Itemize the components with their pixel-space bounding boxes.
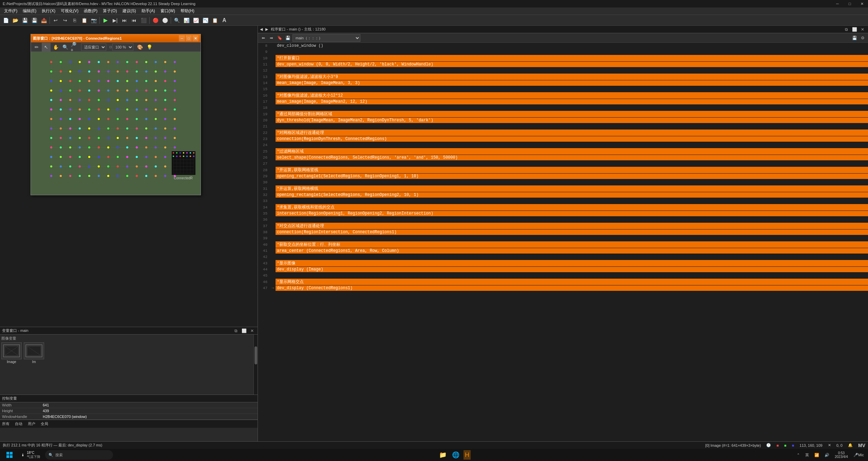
var-expand-icon[interactable]: ⬜ — [241, 327, 247, 334]
camera-button[interactable]: 📷 — [89, 16, 98, 25]
var-close-icon[interactable]: ✕ — [249, 327, 256, 334]
ctrl-all-btn[interactable]: 所有 — [2, 421, 10, 426]
var-item-image[interactable]: Image — [1, 342, 22, 364]
ctrl-auto-btn[interactable]: 自动 — [15, 421, 22, 426]
chart2-button[interactable]: 📈 — [191, 16, 200, 25]
code-settings-icon[interactable]: ⚙ — [859, 35, 866, 41]
float-color-btn[interactable]: 🎨 — [135, 43, 144, 52]
code-line-20[interactable]: 20dyn_threshold(ImageMean, ImageMean2, R… — [258, 117, 868, 123]
code-expand-icon[interactable]: ⬜ — [851, 26, 858, 33]
code-line-22[interactable]: 22*对网格区域进行连通处理 — [258, 129, 868, 136]
code-line-46[interactable]: 46*显示网格交点 — [258, 279, 868, 285]
code-line-35[interactable]: 35intersection(RegionOpening1, RegionOpe… — [258, 211, 868, 217]
font-button[interactable]: A — [220, 16, 229, 25]
code-line-43[interactable]: 43*显示图像 — [258, 260, 868, 266]
start-button[interactable] — [3, 450, 16, 460]
code-line-21[interactable]: 21 — [258, 123, 868, 129]
step-back-button[interactable]: ⏮ — [130, 16, 138, 25]
menu-item-execute[interactable]: 执行(X) — [39, 7, 58, 15]
menu-item-help[interactable]: 帮助(H) — [178, 7, 197, 15]
menu-item-operators[interactable]: 算子(O) — [100, 7, 119, 15]
ctrl-user-btn[interactable]: 用户 — [28, 421, 35, 426]
code-header-back[interactable]: ◀ — [260, 27, 263, 32]
chart4-button[interactable]: 📋 — [210, 16, 219, 25]
save-button[interactable]: 💾 — [20, 16, 29, 25]
open-button[interactable]: 📂 — [11, 16, 20, 25]
menu-item-file[interactable]: 文件(F) — [1, 7, 20, 15]
code-line-40[interactable]: 40*获取交点的坐标位置：行、列坐标 — [258, 241, 868, 248]
chart-button[interactable]: 📊 — [182, 16, 191, 25]
code-line-14[interactable]: 14mean_image(Image, ImageMean, 3, 3) — [258, 80, 868, 86]
new-button[interactable]: 📄 — [1, 16, 10, 25]
taskbar-tray-icons[interactable]: ⌃ — [795, 450, 801, 460]
float-zoomin-btn[interactable]: 🔎+ — [70, 43, 79, 52]
float-window-titlebar[interactable]: 图形窗口：[H2B4EC6CE070] - ConnectedRegions1 … — [31, 34, 201, 42]
code-line-11[interactable]: 11dev_open_window (0, 0, Width/2, Height… — [258, 61, 868, 67]
close-button[interactable]: ✕ — [856, 0, 868, 7]
copy-button[interactable]: ⎘ — [70, 16, 79, 25]
ctrl-global-btn[interactable]: 全局 — [41, 421, 48, 426]
minimize-button[interactable]: ─ — [831, 0, 844, 7]
code-nav-forward[interactable]: ➡ — [268, 35, 275, 41]
code-line-19[interactable]: 19*通过局部阈值分割出网格区域 — [258, 111, 868, 117]
float-zoom-btn[interactable]: 🔍 — [61, 43, 70, 52]
code-line-25[interactable]: 25*过滤网格区域 — [258, 148, 868, 155]
code-save2-icon[interactable]: 💾 — [851, 35, 858, 41]
taskbar-network[interactable]: 📶 — [813, 450, 820, 460]
code-line-13[interactable]: 13*对图像均值滤波,滤波核大小3*9 — [258, 74, 868, 80]
code-line-8[interactable]: 8dev_close_window () — [258, 43, 868, 49]
paste-button[interactable]: 📋 — [80, 16, 89, 25]
clear-break-button[interactable]: ⚪ — [161, 16, 169, 25]
code-line-44[interactable]: 44dev_display (Image) — [258, 266, 868, 273]
code-bookmark[interactable]: 🔖 — [276, 35, 283, 41]
code-line-29[interactable]: 29opening_rectangle1(SelectedRegions, Re… — [258, 173, 868, 179]
chart3-button[interactable]: 📉 — [201, 16, 210, 25]
run-button[interactable]: ▶ — [101, 16, 110, 25]
breakpoint-button[interactable]: 🔴 — [151, 16, 160, 25]
float-bright-btn[interactable]: 💡 — [145, 43, 154, 52]
float-minimize-btn[interactable]: ─ — [179, 35, 185, 41]
run-to-button[interactable]: ▶| — [111, 16, 119, 25]
float-close-btn[interactable]: ✕ — [192, 35, 199, 41]
code-line-16[interactable]: 16*对图像均值滤波,滤波核大小12*12 — [258, 92, 868, 99]
code-line-39[interactable]: 39 — [258, 235, 868, 241]
code-line-36[interactable]: 36 — [258, 217, 868, 223]
export-button[interactable]: 📤 — [39, 16, 48, 25]
code-line-41[interactable]: 41area_center (ConnectedRegions1, Area, … — [258, 248, 868, 254]
taskbar-file-explorer[interactable]: 📁 — [438, 450, 448, 460]
stop-button[interactable]: ⬛ — [139, 16, 148, 25]
code-line-18[interactable]: 18 — [258, 105, 868, 111]
code-line-33[interactable]: 33 — [258, 198, 868, 204]
taskbar-lang[interactable]: 英 — [804, 450, 810, 460]
code-line-10[interactable]: 10*打开新窗口 — [258, 55, 868, 61]
var-item-im[interactable]: Im — [24, 342, 44, 364]
code-line-30[interactable]: 30 — [258, 179, 868, 185]
menu-item-assistant[interactable]: 助手(A) — [139, 7, 158, 15]
taskbar-edge[interactable]: 🌐 — [451, 450, 461, 460]
save-as-button[interactable]: 💾 — [30, 16, 39, 25]
code-line-26[interactable]: 26select_shape(ConnectedRegions, Selecte… — [258, 155, 868, 161]
float-fit-select[interactable]: 适应窗口 — [81, 43, 106, 51]
menu-item-edit[interactable]: 编辑(E) — [20, 7, 39, 15]
float-draw-btn[interactable]: ✏ — [32, 43, 41, 52]
code-line-27[interactable]: 27 — [258, 161, 868, 167]
menu-item-functions[interactable]: 函数(P) — [81, 7, 100, 15]
maximize-button[interactable]: □ — [844, 0, 856, 7]
code-line-38[interactable]: 38connection(RegionIntersection, Connect… — [258, 229, 868, 235]
taskbar-app-orange[interactable]: H — [464, 450, 471, 460]
code-line-15[interactable]: 15 — [258, 86, 868, 92]
code-save-icon[interactable]: 💾 — [284, 35, 291, 41]
menu-item-suggestions[interactable]: 建议(S) — [120, 7, 139, 15]
taskbar-datetime[interactable]: 0:53 2023/4/4 — [833, 450, 849, 460]
code-nav-back[interactable]: ⬅ — [260, 35, 267, 41]
taskbar-weather[interactable]: 🌡 18°C 气温下降 — [18, 450, 44, 460]
code-line-47[interactable]: 47→dev_display (ConnectedRegions1) — [258, 285, 868, 291]
float-pan-btn[interactable]: ✋ — [51, 43, 60, 52]
var-float-icon[interactable]: ⧉ — [232, 327, 239, 334]
code-line-17[interactable]: 17mean_image(Image, ImageMean2, 12, 12) — [258, 99, 868, 105]
taskbar-mic[interactable]: 🎤 Mic — [852, 450, 865, 460]
code-line-23[interactable]: 23connection(RegionDynThresh, ConnectedR… — [258, 136, 868, 142]
code-line-31[interactable]: 31*开运算,获取网格横线 — [258, 185, 868, 192]
float-expand-btn[interactable]: □ — [186, 35, 192, 41]
menu-item-visual[interactable]: 可视化(V) — [58, 7, 81, 15]
